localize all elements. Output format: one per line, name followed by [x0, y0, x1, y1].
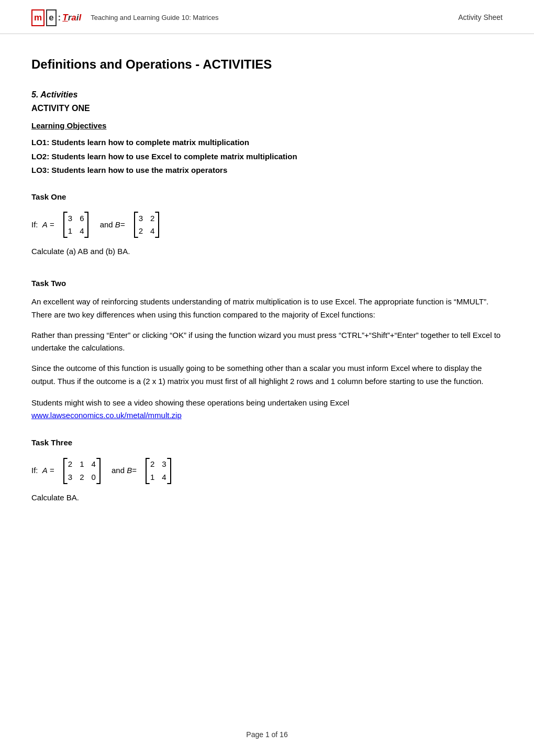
task-one-if-prefix: If: A =	[31, 219, 54, 231]
task-two-p3: Since the outcome of this function is us…	[31, 362, 503, 388]
matrix-B3-content: 2 3 1 4	[150, 458, 166, 483]
right-bracket-A	[84, 211, 90, 238]
task-two-p2: Rather than pressing “Enter” or clicking…	[31, 329, 503, 355]
section-number: 5. Activities	[31, 89, 503, 101]
matrix-B3: 2 3 1 4	[144, 457, 173, 485]
left-bracket-B	[132, 211, 139, 238]
logo: m e : T r a i l	[31, 9, 81, 26]
activity-one-label: ACTIVITY ONE	[31, 102, 503, 115]
matrix-A-content: 3 6 1 4	[68, 213, 84, 237]
learning-objectives-heading: Learning Objectives	[31, 120, 503, 132]
task-two-heading: Task Two	[31, 278, 503, 290]
task-three-matrix-line: If: A = 2 1 4 3 2 0 and B=	[31, 457, 503, 485]
left-bracket-A3	[62, 457, 68, 485]
header-left: m e : T r a i l Teaching and Learning Gu…	[31, 9, 218, 26]
page-title: Definitions and Operations - ACTIVITIES	[31, 55, 503, 74]
header-subtitle: Teaching and Learning Guide 10: Matrices	[91, 13, 218, 23]
page-number: Page 1 of 16	[246, 730, 287, 739]
task-two-video-text: Students might wish to see a video showi…	[31, 397, 503, 423]
page-header: m e : T r a i l Teaching and Learning Gu…	[0, 0, 534, 34]
matrix-B: 3 2 2 4	[132, 211, 161, 238]
lo3: LO3: Students learn how to use the matri…	[31, 165, 503, 177]
left-bracket-A	[62, 211, 68, 238]
task-three-heading: Task Three	[31, 437, 503, 449]
right-bracket-B3	[166, 457, 173, 485]
task-three-and: and B=	[109, 465, 137, 477]
matrix-A: 3 6 1 4	[62, 211, 91, 238]
matrix-A3-content: 2 1 4 3 2 0	[68, 458, 96, 483]
page-footer: Page 1 of 16	[0, 729, 534, 740]
task-three-calculate: Calculate BA.	[31, 492, 503, 504]
task-one-calculate: Calculate (a) AB and (b) BA.	[31, 246, 503, 258]
matrix-B-content: 3 2 2 4	[139, 213, 155, 237]
activity-sheet-label: Activity Sheet	[458, 12, 503, 23]
right-bracket-A3	[96, 457, 102, 485]
task-two-link[interactable]: www.lawseconomics.co.uk/metal/mmult.zip	[31, 411, 182, 420]
lo1: LO1: Students learn how to complete matr…	[31, 137, 503, 149]
right-bracket-B	[154, 211, 161, 238]
lo2: LO2: Students learn how to use Excel to …	[31, 151, 503, 163]
matrix-A3: 2 1 4 3 2 0	[62, 457, 102, 485]
main-content: Definitions and Operations - ACTIVITIES …	[0, 34, 534, 535]
task-three-if-prefix: If: A =	[31, 465, 54, 477]
task-two-p1: An excellent way of reinforcing students…	[31, 295, 503, 322]
page: m e : T r a i l Teaching and Learning Gu…	[0, 0, 534, 756]
task-one-matrix-line: If: A = 3 6 1 4 and B=	[31, 211, 503, 238]
left-bracket-B3	[144, 457, 150, 485]
task-one-heading: Task One	[31, 191, 503, 203]
task-one-and: and B=	[97, 219, 125, 231]
